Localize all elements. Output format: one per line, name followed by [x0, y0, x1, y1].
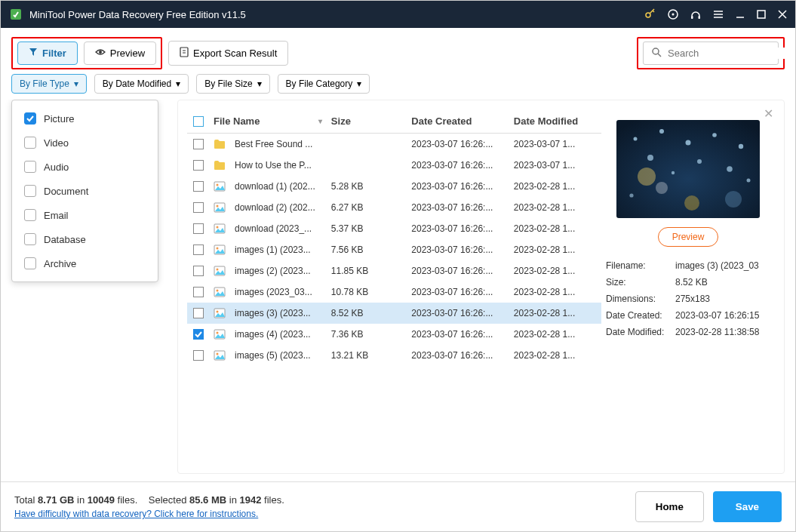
- save-button[interactable]: Save: [713, 491, 782, 522]
- row-checkbox[interactable]: [193, 266, 204, 276]
- svg-point-21: [216, 290, 218, 292]
- filter-by-file-category[interactable]: By File Category ▾: [278, 74, 370, 94]
- row-checkbox[interactable]: [193, 223, 204, 234]
- highlight-search: [637, 37, 785, 69]
- chevron-down-icon: ▾: [176, 78, 180, 89]
- row-checkbox[interactable]: [193, 308, 204, 318]
- key-icon[interactable]: [644, 8, 656, 20]
- filter-by-file-type[interactable]: By File Type ▾: [11, 74, 87, 94]
- filter-by-date-modified[interactable]: By Date Modified ▾: [94, 74, 189, 94]
- close-preview-icon[interactable]: ✕: [764, 106, 773, 121]
- file-modified: 2023-03-07 1...: [514, 139, 601, 149]
- file-type-option[interactable]: Archive: [12, 251, 158, 275]
- row-checkbox[interactable]: [193, 329, 204, 340]
- file-type-option[interactable]: Database: [12, 227, 158, 251]
- col-name-header[interactable]: File Name: [214, 115, 260, 127]
- checkbox-icon[interactable]: [24, 137, 36, 149]
- file-name: images (2) (2023...: [235, 266, 331, 276]
- maximize-button[interactable]: [756, 9, 767, 20]
- search-input[interactable]: [668, 48, 794, 59]
- table-row[interactable]: images (2023_03...10.78 KB2023-03-07 16:…: [187, 281, 601, 303]
- row-checkbox[interactable]: [193, 202, 204, 213]
- row-checkbox[interactable]: [193, 350, 204, 361]
- svg-point-29: [638, 168, 656, 186]
- file-modified: 2023-02-28 1...: [514, 181, 601, 192]
- table-row[interactable]: images (3) (2023...8.52 KB2023-03-07 16:…: [187, 303, 601, 324]
- home-button[interactable]: Home: [635, 491, 704, 522]
- export-button[interactable]: Export Scan Result: [168, 41, 288, 66]
- filter-by-file-type-label: By File Type: [20, 78, 69, 89]
- help-link[interactable]: Have difficulty with data recovery? Clic…: [14, 509, 258, 519]
- file-created: 2023-03-07 16:26:...: [411, 266, 514, 276]
- svg-point-40: [727, 166, 733, 172]
- funnel-icon: [29, 48, 38, 59]
- minimize-button[interactable]: [735, 9, 745, 20]
- checkbox-icon[interactable]: [24, 257, 36, 269]
- row-checkbox[interactable]: [193, 160, 204, 171]
- svg-point-32: [725, 191, 742, 208]
- image-icon: [214, 244, 226, 255]
- file-type-option[interactable]: Picture: [12, 106, 158, 131]
- svg-point-35: [686, 140, 691, 146]
- row-checkbox[interactable]: [193, 244, 204, 255]
- row-checkbox[interactable]: [193, 139, 204, 149]
- file-created: 2023-03-07 16:26:...: [411, 202, 514, 213]
- menu-icon[interactable]: [712, 8, 724, 20]
- filter-by-file-size[interactable]: By File Size ▾: [196, 74, 269, 94]
- file-type-option[interactable]: Email: [12, 203, 158, 227]
- file-name: images (1) (2023...: [235, 244, 331, 255]
- image-icon: [214, 329, 226, 340]
- checkbox-icon[interactable]: [24, 209, 36, 221]
- file-created: 2023-03-07 16:26:...: [411, 139, 514, 149]
- file-size: 5.37 KB: [331, 223, 411, 234]
- table-row[interactable]: How to Use the P...2023-03-07 16:26:...2…: [187, 155, 601, 176]
- table-row[interactable]: images (4) (2023...7.36 KB2023-03-07 16:…: [187, 324, 601, 345]
- svg-point-34: [659, 129, 664, 134]
- table-row[interactable]: download (1) (202...5.28 KB2023-03-07 16…: [187, 176, 601, 197]
- col-modified-header[interactable]: Date Modified: [514, 115, 601, 127]
- svg-point-42: [672, 171, 675, 174]
- table-row[interactable]: images (1) (2023...7.56 KB2023-03-07 16:…: [187, 239, 601, 260]
- svg-point-3: [672, 14, 675, 16]
- disc-icon[interactable]: [667, 8, 679, 20]
- preview-open-button[interactable]: Preview: [658, 227, 719, 247]
- checkbox-icon[interactable]: [24, 185, 36, 197]
- file-type-option-label: Database: [44, 234, 86, 245]
- file-type-option[interactable]: Video: [12, 131, 158, 155]
- table-row[interactable]: download (2) (202...6.27 KB2023-03-07 16…: [187, 197, 601, 218]
- table-row[interactable]: Best Free Sound ...2023-03-07 16:26:...2…: [187, 134, 601, 155]
- col-size-header[interactable]: Size: [331, 115, 411, 127]
- meta-size-value: 8.52 KB: [675, 277, 770, 288]
- sort-arrow-icon: ▾: [318, 117, 322, 125]
- row-checkbox[interactable]: [193, 181, 204, 192]
- headphones-icon[interactable]: [690, 8, 702, 20]
- toolbar: Filter Preview Export Scan Result: [1, 28, 795, 74]
- col-created-header[interactable]: Date Created: [411, 115, 514, 127]
- file-type-option[interactable]: Document: [12, 179, 158, 203]
- search-box[interactable]: [643, 42, 779, 65]
- svg-rect-6: [758, 11, 765, 18]
- close-button[interactable]: [777, 9, 788, 20]
- image-icon: [214, 350, 226, 361]
- select-all-checkbox[interactable]: [193, 116, 204, 127]
- file-size: 7.36 KB: [331, 329, 411, 340]
- preview-button[interactable]: Preview: [84, 42, 156, 65]
- svg-point-11: [216, 184, 218, 186]
- table-row[interactable]: images (2) (2023...11.85 KB2023-03-07 16…: [187, 260, 601, 281]
- checkbox-icon[interactable]: [24, 161, 36, 173]
- search-icon: [651, 47, 662, 60]
- table-row[interactable]: images (5) (2023...13.21 KB2023-03-07 16…: [187, 345, 601, 366]
- file-type-option[interactable]: Audio: [12, 155, 158, 179]
- svg-point-13: [216, 205, 218, 208]
- svg-point-7: [99, 51, 102, 54]
- table-row[interactable]: download (2023_...5.37 KB2023-03-07 16:2…: [187, 218, 601, 239]
- filter-button[interactable]: Filter: [17, 42, 78, 65]
- statusbar: Total 8.71 GB in 10049 files. Selected 8…: [1, 481, 795, 531]
- file-modified: 2023-03-07 1...: [514, 160, 601, 171]
- row-checkbox[interactable]: [193, 287, 204, 297]
- checkbox-icon[interactable]: [24, 112, 36, 125]
- file-created: 2023-03-07 16:26:...: [411, 308, 514, 318]
- file-name: download (2) (202...: [235, 202, 331, 213]
- image-icon: [214, 223, 226, 234]
- checkbox-icon[interactable]: [24, 233, 36, 245]
